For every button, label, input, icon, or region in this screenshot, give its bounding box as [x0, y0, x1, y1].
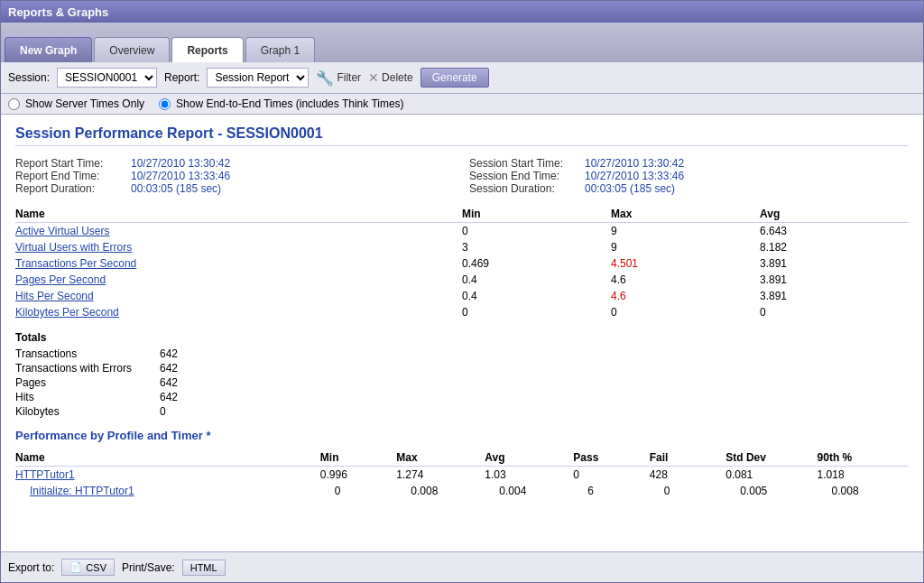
totals-label: Transactions [15, 347, 160, 360]
main-window: Reports & Graphs New Graph Overview Repo… [0, 0, 924, 583]
table-row: Pages Per Second 0.4 4.6 3.891 [15, 272, 909, 288]
list-item: Transactions642 [15, 347, 909, 360]
table-row: Initialize: HTTPTutor1 0 0.008 0.004 6 0… [15, 483, 909, 499]
stats-cell-name: Transactions Per Second [15, 255, 462, 272]
perf-cell-avg: 1.03 [485, 467, 573, 484]
stats-cell-min: 0.4 [462, 288, 611, 304]
stats-header-avg: Avg [760, 206, 909, 223]
totals-value: 642 [160, 347, 214, 360]
stats-cell-min: 3 [462, 239, 611, 255]
perf-header-max: Max [396, 449, 485, 467]
totals-label: Pages [15, 376, 160, 389]
stats-cell-avg: 8.182 [760, 239, 909, 255]
perf-cell-min: 0 [320, 483, 396, 499]
filter-button[interactable]: 🔧 Filter [316, 69, 361, 87]
perf-cell-pass: 0 [573, 467, 649, 484]
totals-label: Transactions with Errors [15, 362, 160, 375]
stats-cell-name: Active Virtual Users [15, 223, 462, 240]
perf-header-stddev: Std Dev [725, 449, 817, 467]
list-item: Hits642 [15, 391, 909, 403]
perf-cell-max: 1.274 [396, 467, 485, 484]
stats-cell-name: Virtual Users with Errors [15, 239, 462, 255]
meta-label-session-end: Session End Time: [469, 170, 578, 182]
csv-button[interactable]: 📄 CSV [61, 559, 115, 576]
session-select[interactable]: SESSION0001 [57, 68, 157, 88]
perf-header-min: Min [320, 449, 396, 467]
table-row: HTTPTutor1 0.996 1.274 1.03 0 428 0.081 … [15, 467, 909, 484]
perf-header-fail: Fail [650, 449, 725, 467]
stats-cell-name: Hits Per Second [15, 288, 462, 304]
print-label: Print/Save: [122, 561, 175, 574]
export-label: Export to: [8, 561, 54, 574]
perf-cell-name: HTTPTutor1 [15, 467, 320, 484]
toolbar-row2: Show Server Times Only Show End-to-End T… [1, 94, 923, 115]
list-item: Transactions with Errors642 [15, 362, 909, 375]
toolbar: Session: SESSION0001 Report: Session Rep… [1, 62, 923, 94]
stats-cell-max: 4.501 [611, 255, 760, 272]
stats-cell-avg: 0 [760, 304, 909, 320]
radio-server-times-input[interactable] [8, 98, 20, 110]
html-button[interactable]: HTML [182, 560, 226, 576]
perf-header-avg: Avg [485, 449, 573, 467]
meta-grid: Report Start Time: 10/27/2010 13:30:42 R… [15, 157, 909, 195]
delete-button[interactable]: ✕ Delete [368, 70, 413, 85]
stats-cell-min: 0 [462, 304, 611, 320]
stats-cell-max: 9 [611, 239, 760, 255]
stats-cell-name: Pages Per Second [15, 272, 462, 288]
perf-header-pass: Pass [573, 449, 649, 467]
stats-cell-avg: 6.643 [760, 223, 909, 240]
tab-graph1[interactable]: Graph 1 [245, 37, 315, 62]
report-title: Session Performance Report - SESSION0001 [15, 125, 909, 146]
perf-cell-stddev: 0.081 [725, 467, 817, 484]
window-title: Reports & Graphs [8, 5, 108, 19]
title-bar: Reports & Graphs [1, 1, 923, 23]
stats-cell-max: 0 [611, 304, 760, 320]
perf-cell-stddev: 0.005 [725, 483, 817, 499]
stats-cell-name: Kilobytes Per Second [15, 304, 462, 320]
totals-value: 0 [160, 405, 214, 418]
radio-end-to-end-input[interactable] [159, 98, 171, 110]
radio-server-times-label: Show Server Times Only [25, 97, 144, 110]
radio-end-to-end: Show End-to-End Times (includes Think Ti… [159, 97, 404, 110]
table-row: Active Virtual Users 0 9 6.643 [15, 223, 909, 240]
table-row: Virtual Users with Errors 3 9 8.182 [15, 239, 909, 255]
stats-cell-max: 4.6 [611, 288, 760, 304]
meta-row-session-duration: Session Duration: 00:03:05 (185 sec) [469, 182, 909, 195]
stats-cell-avg: 3.891 [760, 272, 909, 288]
tab-new-graph[interactable]: New Graph [5, 37, 92, 62]
perf-section-title: Performance by Profile and Timer * [15, 429, 909, 442]
content-area: Session Performance Report - SESSION0001… [1, 115, 923, 551]
totals-value: 642 [160, 362, 214, 375]
totals-value: 642 [160, 376, 214, 389]
tab-overview[interactable]: Overview [94, 37, 170, 62]
table-row: Kilobytes Per Second 0 0 0 [15, 304, 909, 320]
radio-end-to-end-label: Show End-to-End Times (includes Think Ti… [176, 97, 404, 110]
stats-header-min: Min [462, 206, 611, 223]
meta-row-session-start: Session Start Time: 10/27/2010 13:30:42 [469, 157, 909, 170]
totals-value: 642 [160, 391, 214, 403]
delete-icon: ✕ [368, 70, 379, 85]
meta-row-session-end: Session End Time: 10/27/2010 13:33:46 [469, 170, 909, 182]
stats-cell-min: 0.4 [462, 272, 611, 288]
session-label: Session: [8, 71, 50, 84]
perf-cell-fail: 428 [650, 467, 725, 484]
table-row: Hits Per Second 0.4 4.6 3.891 [15, 288, 909, 304]
meta-row-report-end: Report End Time: 10/27/2010 13:33:46 [15, 170, 455, 182]
report-select[interactable]: Session Report [207, 68, 309, 88]
stats-cell-min: 0 [462, 223, 611, 240]
meta-value-session-start: 10/27/2010 13:30:42 [585, 157, 684, 170]
perf-cell-p90: 0.008 [818, 483, 909, 499]
meta-col2: Session Start Time: 10/27/2010 13:30:42 … [469, 157, 909, 195]
report-label: Report: [164, 71, 199, 84]
perf-cell-fail: 0 [650, 483, 725, 499]
generate-button[interactable]: Generate [420, 68, 489, 88]
meta-value-report-start: 10/27/2010 13:30:42 [131, 157, 230, 170]
report-content: Session Performance Report - SESSION0001… [1, 115, 923, 551]
stats-cell-min: 0.469 [462, 255, 611, 272]
perf-table: Name Min Max Avg Pass Fail Std Dev 90th … [15, 449, 909, 499]
radio-server-times: Show Server Times Only [8, 97, 144, 110]
table-row: Transactions Per Second 0.469 4.501 3.89… [15, 255, 909, 272]
perf-cell-avg: 0.004 [485, 483, 573, 499]
tab-reports[interactable]: Reports [171, 37, 243, 62]
meta-value-report-end: 10/27/2010 13:33:46 [131, 170, 230, 182]
